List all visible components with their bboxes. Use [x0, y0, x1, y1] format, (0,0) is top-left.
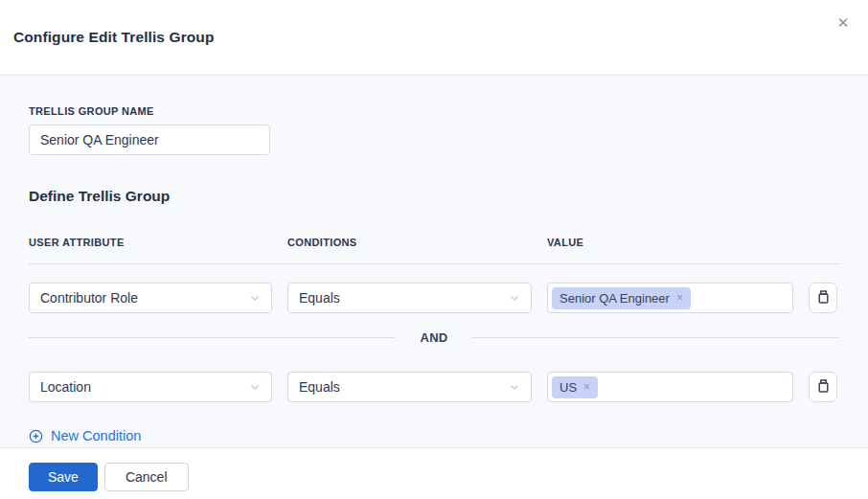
- column-header-divider: [29, 263, 839, 264]
- condition-row: Contributor Role Equals Senior QA Engine…: [29, 283, 839, 313]
- value-tag-label: US: [560, 380, 577, 395]
- condition-select[interactable]: Equals: [287, 283, 532, 313]
- chevron-down-icon: [509, 381, 520, 393]
- user-attribute-select-value: Location: [40, 379, 91, 395]
- user-attribute-select-value: Contributor Role: [40, 290, 138, 306]
- circle-plus-icon: [29, 429, 43, 443]
- save-button[interactable]: Save: [29, 463, 98, 491]
- close-icon: ✕: [837, 14, 850, 32]
- condition-row: Location Equals US ×: [29, 372, 839, 402]
- tag-remove-icon[interactable]: ×: [676, 292, 683, 304]
- configure-trellis-group-modal: Configure Edit Trellis Group ✕ TRELLIS G…: [0, 0, 868, 499]
- user-attribute-select[interactable]: Location: [29, 372, 272, 402]
- condition-select[interactable]: Equals: [287, 372, 532, 402]
- user-attribute-select[interactable]: Contributor Role: [29, 283, 272, 313]
- and-separator-line: [29, 337, 396, 338]
- tag-remove-icon[interactable]: ×: [583, 381, 590, 393]
- modal-header: Configure Edit Trellis Group ✕: [0, 0, 868, 76]
- chevron-down-icon: [249, 381, 261, 393]
- value-tag: US ×: [552, 376, 598, 398]
- and-separator-line: [472, 337, 839, 338]
- chevron-down-icon: [249, 292, 261, 304]
- trellis-group-name-input[interactable]: [29, 125, 270, 155]
- value-tag-label: Senior QA Engineer: [560, 291, 670, 306]
- define-trellis-group-heading: Define Trellis Group: [29, 188, 839, 205]
- value-multiselect-input[interactable]: Senior QA Engineer ×: [547, 283, 793, 313]
- modal-body: TRELLIS GROUP NAME Define Trellis Group …: [0, 76, 868, 447]
- value-column-header: VALUE: [547, 237, 793, 248]
- trash-icon: [816, 289, 831, 307]
- modal-title: Configure Edit Trellis Group: [13, 29, 214, 46]
- modal-footer: Save Cancel: [0, 447, 868, 499]
- delete-condition-button[interactable]: [809, 283, 837, 313]
- chevron-down-icon: [509, 292, 520, 304]
- user-attribute-column-header: USER ATTRIBUTE: [29, 237, 272, 248]
- cancel-button[interactable]: Cancel: [104, 463, 189, 491]
- new-condition-button[interactable]: New Condition: [29, 428, 141, 443]
- new-condition-label: New Condition: [51, 428, 141, 443]
- close-button[interactable]: ✕: [833, 12, 854, 34]
- and-separator-label: AND: [420, 330, 447, 345]
- trash-icon: [816, 378, 831, 397]
- delete-condition-button[interactable]: [809, 372, 837, 402]
- trellis-group-name-label: TRELLIS GROUP NAME: [29, 105, 839, 117]
- condition-select-value: Equals: [299, 290, 340, 306]
- and-separator: AND: [29, 330, 839, 345]
- value-tag: Senior QA Engineer ×: [552, 287, 691, 309]
- condition-column-headers: USER ATTRIBUTE CONDITIONS VALUE: [29, 237, 839, 248]
- conditions-column-header: CONDITIONS: [287, 237, 532, 248]
- condition-select-value: Equals: [299, 379, 340, 395]
- value-multiselect-input[interactable]: US ×: [547, 372, 793, 402]
